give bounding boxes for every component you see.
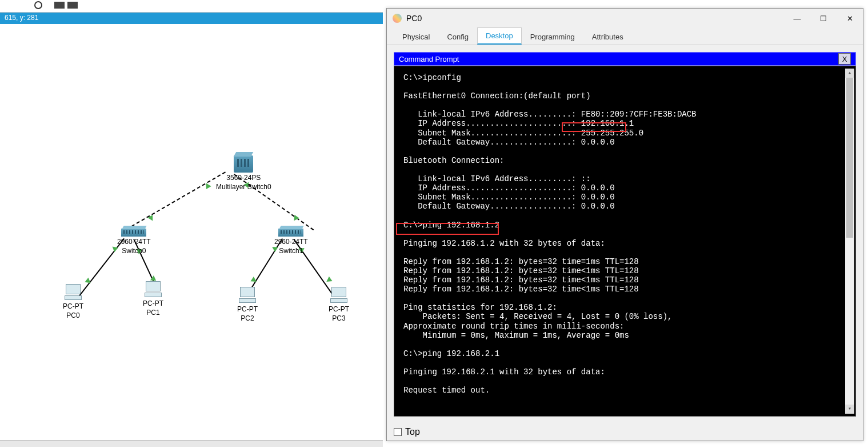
device-label: 3560-24PS	[216, 174, 271, 182]
device-pc2[interactable]: PC-PT PC2	[237, 287, 258, 323]
tab-physical[interactable]: Physical	[394, 29, 438, 45]
tab-bar: Physical Config Desktop Programming Attr…	[387, 28, 863, 45]
command-prompt-title: Command Prompt	[399, 55, 459, 63]
scroll-down-icon[interactable]: ▾	[845, 405, 854, 414]
command-prompt-close-button[interactable]: X	[838, 53, 851, 65]
device-label: 2960-24TT	[117, 238, 151, 246]
minimize-button[interactable]: —	[784, 9, 810, 28]
tab-desktop[interactable]: Desktop	[477, 27, 522, 45]
top-checkbox-label: Top	[405, 427, 420, 437]
tab-config[interactable]: Config	[438, 29, 477, 45]
pc-icon	[239, 287, 256, 304]
device-label: Switch0	[117, 247, 151, 255]
tool-circle-icon[interactable]	[34, 1, 42, 9]
pc-icon	[145, 281, 162, 298]
topology-canvas[interactable]: 3560-24PS Multilayer Switch0 2960-24TT S…	[0, 24, 383, 441]
coordinate-status-bar: 615, y: 281	[0, 13, 383, 24]
device-pc3[interactable]: PC-PT PC3	[329, 287, 349, 323]
top-checkbox[interactable]	[394, 428, 402, 436]
highlight-ping-command	[396, 223, 499, 235]
switch-icon	[278, 229, 303, 237]
terminal-scrollbar[interactable]: ▴ ▾	[845, 69, 854, 414]
pc0-window: PC0 — ☐ ✕ Physical Config Desktop Progra…	[386, 8, 863, 441]
maximize-button[interactable]: ☐	[810, 9, 837, 28]
device-label: Multilayer Switch0	[216, 183, 271, 191]
device-label: PC3	[329, 314, 349, 322]
command-prompt-titlebar: Command Prompt X	[394, 52, 856, 66]
device-switch1[interactable]: 2960-24TT Switch1	[274, 229, 308, 255]
multilayer-switch-icon	[234, 155, 253, 173]
pc-icon	[330, 287, 347, 304]
device-switch0[interactable]: 2960-24TT Switch0	[117, 229, 151, 255]
link-status-icon	[325, 277, 332, 284]
pc-window-icon	[393, 14, 402, 23]
highlight-ip-address	[562, 122, 626, 132]
switch-icon	[121, 229, 146, 237]
scroll-up-icon[interactable]: ▴	[845, 69, 854, 78]
command-prompt-terminal[interactable]: C:\>ipconfig FastEthernet0 Connection:(d…	[394, 66, 856, 417]
tool-rect1-icon[interactable]	[54, 2, 65, 9]
pc-icon	[65, 284, 82, 301]
device-label: PC-PT	[237, 305, 258, 313]
device-label: PC-PT	[329, 305, 349, 313]
device-label: PC-PT	[63, 302, 83, 310]
device-pc0[interactable]: PC-PT PC0	[63, 284, 83, 320]
tab-attributes[interactable]: Attributes	[583, 29, 632, 45]
tool-rect2-icon[interactable]	[67, 2, 78, 9]
app-toolbar	[0, 0, 383, 13]
device-label: PC2	[237, 314, 258, 322]
link-mlswitch-switch0	[126, 171, 226, 230]
window-title: PC0	[406, 14, 784, 23]
device-multilayer-switch[interactable]: 3560-24PS Multilayer Switch0	[216, 155, 271, 191]
canvas-footer	[0, 440, 383, 447]
scroll-thumb[interactable]	[846, 78, 853, 238]
window-footer: Top	[387, 423, 863, 441]
device-label: PC1	[143, 309, 163, 317]
device-label: PC-PT	[143, 299, 163, 307]
window-titlebar[interactable]: PC0 — ☐ ✕	[387, 9, 863, 28]
tab-programming[interactable]: Programming	[522, 29, 583, 45]
device-label: Switch1	[274, 247, 308, 255]
close-button[interactable]: ✕	[837, 9, 863, 28]
device-pc1[interactable]: PC-PT PC1	[143, 281, 163, 317]
device-label: 2960-24TT	[274, 238, 308, 246]
window-content: Command Prompt X C:\>ipconfig FastEthern…	[387, 45, 863, 423]
device-label: PC0	[63, 311, 83, 319]
